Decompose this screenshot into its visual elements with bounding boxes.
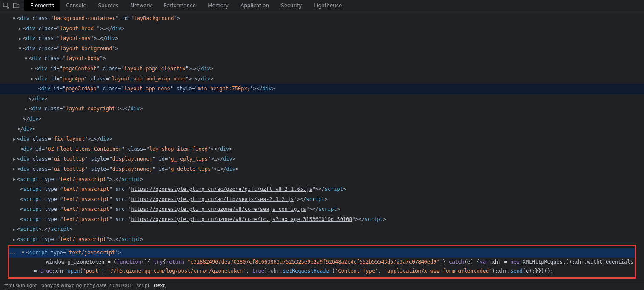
expand-right-icon[interactable]: ▶ [13,165,17,173]
breadcrumb-item-current[interactable]: (text) [154,283,166,288]
dom-node[interactable]: ▶<div class="layout-head ">…</div> [0,24,644,34]
breadcrumb-item[interactable]: body.os-winxp.bg-body.date-20201001 [41,283,132,288]
main-tabs: Elements Console Sources Network Perform… [24,0,348,11]
dom-node[interactable]: ▼<div class="background-container" id="l… [0,14,644,24]
expand-down-icon[interactable]: ▼ [13,15,17,23]
expand-down-icon[interactable]: ▼ [25,55,29,63]
expand-right-icon[interactable]: ▶ [31,65,35,72]
tab-performance[interactable]: Performance [157,0,202,11]
toolbar-icons [0,2,22,9]
dom-node[interactable]: ▶<script type="text/javascript">…</scrip… [0,175,644,185]
dom-node-selected[interactable]: <div id="page3rdApp" class="layout-app n… [0,84,644,94]
dom-node[interactable]: ▶<div id="pageContent" class="layout-pag… [0,64,644,74]
expand-down-icon[interactable]: ▼ [22,249,26,256]
dom-node[interactable]: ▶<script>…</script> [0,224,644,235]
dom-node[interactable]: ▶<div class="fix-layout">…</div> [0,134,644,144]
dom-node[interactable]: ▶<script type="text/javascript">…</scrip… [0,235,644,245]
main-panel: ▼<div class="background-container" id="l… [0,11,644,281]
tab-security[interactable]: Security [275,0,308,11]
inspect-icon[interactable] [3,2,9,9]
breadcrumb-bar: html.skin-light body.os-winxp.bg-body.da… [0,281,644,290]
dom-node[interactable]: <script type="text/javascript" src="http… [0,195,644,205]
expand-right-icon[interactable]: ▶ [13,226,17,233]
devtools-toolbar: Elements Console Sources Network Perform… [0,0,644,11]
dom-node[interactable]: <div id="QZ_Float_Items_Container" class… [0,144,644,155]
dom-node-expanded[interactable]: •••▼<script type="text/javascript"> [9,248,635,258]
svg-rect-2 [17,4,19,8]
dom-node[interactable]: ▶<div id="pageApp" class="layout-app mod… [0,74,644,84]
script-text-content[interactable]: window.g_qzonetoken = (function(){ try{r… [9,258,635,276]
dom-node[interactable]: ▶<div class="ui-tooltip" style="display:… [0,154,644,164]
expand-right-icon[interactable]: ▶ [31,75,35,83]
expand-right-icon[interactable]: ▶ [19,25,23,32]
device-icon[interactable] [13,2,20,9]
tab-application[interactable]: Application [235,0,275,11]
dom-node[interactable]: ▼<div class="layout-background"> [0,44,644,54]
dom-node[interactable]: <script type="text/javascript" src="http… [0,215,644,225]
comment-line: /** [0,279,644,281]
expand-down-icon[interactable]: ▼ [19,45,23,52]
tab-network[interactable]: Network [124,0,157,11]
svg-rect-1 [14,3,17,8]
expand-right-icon[interactable]: ▶ [19,35,23,43]
elements-tree[interactable]: ▼<div class="background-container" id="l… [0,11,644,281]
tab-lighthouse[interactable]: Lighthouse [308,0,348,11]
dom-node[interactable]: </div> [0,114,644,124]
tab-memory[interactable]: Memory [202,0,235,11]
expand-right-icon[interactable]: ▶ [25,105,29,113]
dom-node[interactable]: <script type="text/javascript" src="http… [0,184,644,195]
expand-right-icon[interactable]: ▶ [13,155,17,163]
tab-console[interactable]: Console [60,0,92,11]
tab-sources[interactable]: Sources [92,0,124,11]
tab-elements[interactable]: Elements [24,0,60,11]
highlighted-annotation: •••▼<script type="text/javascript"> wind… [8,245,636,279]
dom-node[interactable]: ▶<div class="ui-tooltip" style="display:… [0,164,644,175]
dom-node[interactable]: ▼<div class="layout-body"> [0,54,644,64]
dom-node[interactable]: </div> [0,124,644,135]
expand-right-icon[interactable]: ▶ [13,175,17,183]
expand-right-icon[interactable]: ▶ [13,236,17,244]
separator [23,2,23,9]
dom-node[interactable]: ▶<div class="layout-copyright">…</div> [0,104,644,114]
dom-node[interactable]: </div> [0,94,644,104]
dom-node[interactable]: ▶<div class="layout-nav">…</div> [0,34,644,44]
expand-right-icon[interactable]: ▶ [13,135,17,143]
breadcrumb-item[interactable]: script [136,283,149,288]
more-icon[interactable]: ••• [9,250,15,257]
dom-node[interactable]: <script type="text/javascript" src="http… [0,204,644,215]
breadcrumb-item[interactable]: html.skin-light [3,283,37,288]
